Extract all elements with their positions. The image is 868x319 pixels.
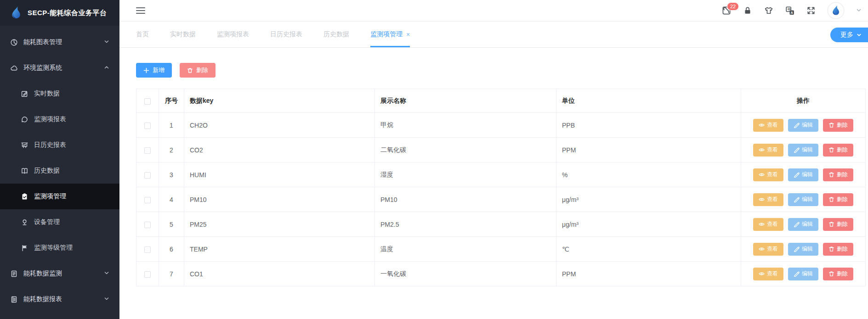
row-checkbox[interactable] [144, 222, 151, 228]
tab-label: 实时数据 [170, 30, 196, 39]
sidebar-item-monitor-level-management[interactable]: 监测等级管理 [0, 235, 119, 261]
delete-row-button[interactable]: 删除 [823, 268, 853, 280]
tab-home[interactable]: 首页 [136, 22, 149, 47]
view-button[interactable]: 查看 [753, 268, 783, 280]
row-key: TEMP [184, 237, 375, 262]
row-key: CO2 [184, 138, 375, 162]
sidebar-item-energy-data-monitoring[interactable]: 能耗数据监测 [0, 261, 119, 286]
view-button[interactable]: 查看 [753, 144, 783, 157]
delete-row-button[interactable]: 删除 [823, 193, 853, 206]
close-icon[interactable]: × [406, 31, 410, 38]
more-button[interactable]: 更多 [830, 28, 868, 42]
row-actions: 查看 编辑 删除 [747, 218, 860, 231]
edit-button[interactable]: 编辑 [788, 268, 818, 280]
edit-button[interactable]: 编辑 [788, 119, 818, 132]
tab-history-data[interactable]: 历史数据 [323, 22, 349, 47]
view-button[interactable]: 查看 [753, 168, 783, 181]
chevron-down-icon[interactable] [856, 6, 862, 15]
sidebar-item-monitor-item-management[interactable]: 监测项管理 [0, 184, 119, 209]
table-row: 2 CO2 二氧化碳 PPM 查看 编辑 删除 [136, 138, 866, 162]
sidebar-item-realtime-data[interactable]: 实时数据 [0, 81, 119, 106]
eye-icon [759, 271, 765, 277]
translate-icon[interactable]: 中 A [785, 6, 794, 15]
row-unit: μg/m³ [556, 187, 741, 212]
trash-icon [828, 271, 834, 277]
delete-row-button[interactable]: 删除 [823, 218, 853, 231]
delete-row-button[interactable]: 删除 [823, 168, 853, 181]
row-checkbox[interactable] [144, 147, 151, 154]
delete-button[interactable]: 删除 [180, 63, 216, 78]
view-button[interactable]: 查看 [753, 218, 783, 231]
edit-button[interactable]: 编辑 [788, 168, 818, 181]
tab-label: 历史数据 [323, 30, 349, 39]
sidebar-item-history-data[interactable]: 历史数据 [0, 158, 119, 184]
avatar[interactable] [828, 2, 844, 19]
row-checkbox[interactable] [144, 246, 151, 253]
sidebar-item-energy-charts[interactable]: 能耗图表管理 [0, 29, 119, 55]
row-index: 4 [159, 187, 184, 212]
tab-bar: 首页 实时数据 监测项报表 日历史报表 历史数据 监测项管理 × 更多 [119, 22, 868, 48]
chat-bubble-icon [21, 116, 28, 123]
flame-logo-icon [9, 6, 23, 20]
trash-icon [828, 196, 834, 202]
add-button[interactable]: 新增 [136, 63, 172, 78]
sidebar-item-env-monitoring[interactable]: 环境监测系统 [0, 55, 119, 81]
tab-monitor-item-management[interactable]: 监测项管理 × [370, 22, 410, 47]
row-unit: PPM [556, 138, 741, 162]
view-button[interactable]: 查看 [753, 243, 783, 256]
edit-button-label: 编辑 [802, 270, 813, 278]
chevron-up-icon [104, 64, 109, 72]
row-index: 2 [159, 138, 184, 162]
presentation-chart-icon [21, 141, 28, 149]
sidebar-item-label: 监测项报表 [34, 115, 66, 123]
chevron-down-icon [104, 270, 109, 277]
edit-button-label: 编辑 [802, 220, 813, 228]
lock-icon[interactable] [743, 6, 752, 15]
tab-label: 日历史报表 [270, 30, 302, 39]
row-display-name: 二氧化碳 [375, 138, 556, 162]
edit-button[interactable]: 编辑 [788, 243, 818, 256]
delete-row-button-label: 删除 [837, 270, 848, 278]
edit-button[interactable]: 编辑 [788, 144, 818, 157]
delete-row-button[interactable]: 删除 [823, 119, 853, 132]
pencil-icon [794, 172, 800, 178]
row-checkbox[interactable] [144, 271, 151, 278]
theme-shirt-icon[interactable] [764, 6, 773, 15]
add-button-label: 新增 [153, 66, 165, 74]
tab-daily-history-report[interactable]: 日历史报表 [270, 22, 302, 47]
hamburger-menu-icon[interactable] [136, 7, 145, 14]
column-header-actions: 操作 [741, 89, 866, 113]
fullscreen-icon[interactable] [806, 6, 816, 15]
row-key: CO1 [184, 262, 375, 286]
eye-icon [759, 246, 765, 252]
sidebar-item-label: 能耗图表管理 [23, 38, 62, 46]
column-header-unit: 单位 [556, 89, 741, 113]
tab-realtime-data[interactable]: 实时数据 [170, 22, 196, 47]
tools-icon[interactable]: 22 [722, 6, 731, 15]
row-unit: % [556, 162, 741, 187]
row-checkbox[interactable] [144, 123, 151, 129]
tab-monitor-item-report[interactable]: 监测项报表 [217, 22, 249, 47]
table-row: 5 PM25 PM2.5 μg/m³ 查看 编辑 删除 [136, 212, 866, 237]
sidebar-item-energy-data-report[interactable]: 能耗数据报表 [0, 286, 119, 312]
eye-icon [759, 122, 765, 128]
edit-button[interactable]: 编辑 [788, 193, 818, 206]
open-book-icon [21, 167, 28, 175]
sidebar-item-daily-history-report[interactable]: 日历史报表 [0, 132, 119, 158]
row-checkbox[interactable] [144, 197, 151, 203]
view-button[interactable]: 查看 [753, 119, 783, 132]
sidebar-item-monitor-item-report[interactable]: 监测项报表 [0, 106, 119, 132]
view-button-label: 查看 [767, 171, 778, 179]
column-header-index: 序号 [159, 89, 184, 113]
delete-row-button[interactable]: 删除 [823, 144, 853, 157]
edit-button[interactable]: 编辑 [788, 218, 818, 231]
delete-row-button[interactable]: 删除 [823, 243, 853, 256]
trash-icon [828, 122, 834, 128]
sidebar-item-device-management[interactable]: 设备管理 [0, 209, 119, 235]
select-all-checkbox[interactable] [144, 98, 151, 105]
eye-icon [759, 196, 765, 202]
row-checkbox[interactable] [144, 172, 151, 179]
delete-row-button-label: 删除 [837, 196, 848, 203]
view-button[interactable]: 查看 [753, 193, 783, 206]
trash-icon [828, 221, 834, 227]
